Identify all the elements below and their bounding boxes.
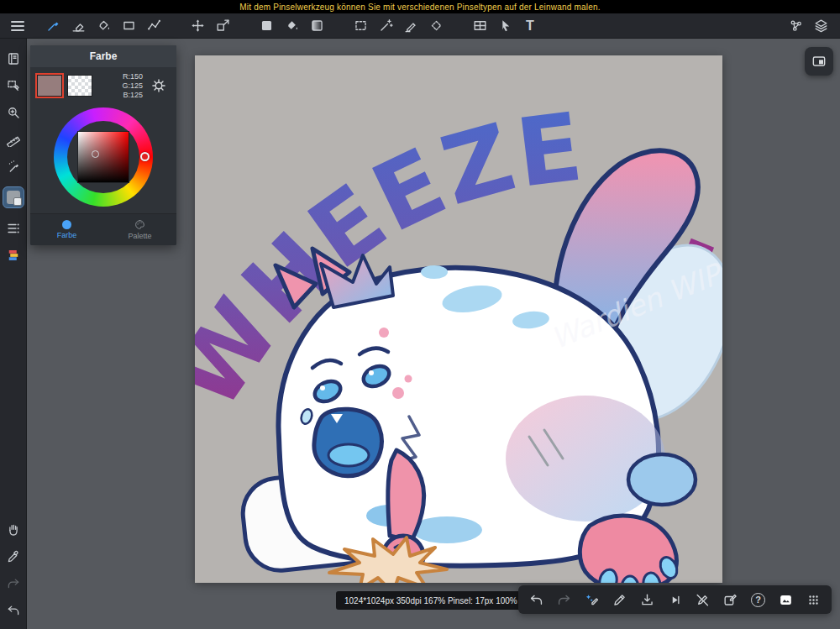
stabilizer-icon (584, 592, 600, 608)
color-panel: Farbe R:150 G:125 B:125 (30, 45, 176, 245)
brush-list-icon (6, 221, 21, 236)
material-button[interactable] (783, 14, 808, 38)
undo-icon (6, 603, 21, 618)
bucket-tool-button[interactable] (91, 14, 116, 38)
color-settings-button[interactable] (148, 75, 170, 97)
layers-icon (813, 18, 829, 34)
redo-icon (556, 592, 572, 608)
color-wheel[interactable] (30, 104, 176, 213)
select-area-button[interactable] (2, 74, 25, 97)
help-button[interactable]: ? (745, 587, 771, 612)
canvas-list-button[interactable] (2, 47, 25, 71)
background-swatch[interactable] (67, 75, 92, 97)
drag-handle[interactable] (801, 587, 827, 612)
swatches-icon (6, 248, 21, 263)
cursor-tool-button[interactable] (492, 14, 517, 38)
tab-farbe[interactable]: Farbe (30, 214, 103, 245)
note-button[interactable] (717, 587, 743, 612)
marquee-icon (353, 18, 369, 34)
material-icon (788, 18, 804, 34)
redo-button-side[interactable] (2, 572, 25, 595)
ruler-button[interactable] (2, 128, 25, 151)
text-tool-icon: T (526, 19, 534, 33)
fill-drop-tool-button[interactable] (279, 14, 304, 38)
color-panel-header[interactable]: Farbe (30, 45, 176, 67)
transform-tool-button[interactable] (210, 14, 235, 38)
select-pen-icon (403, 18, 419, 34)
palette-icon (134, 219, 145, 230)
brush-list-button[interactable] (2, 217, 25, 240)
hint-bar: Mit dem Pinselwerkzeug können Sie mit ve… (0, 0, 840, 13)
transform-icon (215, 18, 231, 34)
hint-text: Mit dem Pinselwerkzeug können Sie mit ve… (239, 3, 600, 12)
draw-disable-button[interactable] (690, 587, 716, 612)
gallery-icon (778, 592, 794, 608)
airbrush-icon (6, 159, 21, 174)
eraser-icon (71, 18, 87, 34)
rectangle-icon (121, 18, 137, 34)
correction-tool-button[interactable] (579, 587, 605, 612)
zoom-button[interactable] (2, 101, 25, 124)
layers-button[interactable] (808, 14, 833, 38)
menu-icon (11, 21, 24, 31)
magic-wand-icon (378, 18, 394, 34)
color-panel-tabs: Farbe Palette (30, 213, 176, 245)
foreground-swatch[interactable] (37, 75, 62, 97)
hand-tool-button[interactable] (2, 518, 25, 542)
main-menu-button[interactable] (5, 14, 30, 38)
no-draw-icon (695, 592, 711, 608)
airbrush-button[interactable] (2, 155, 25, 178)
color-tab-icon (62, 220, 71, 229)
canvas[interactable]: WHEEZE E (195, 55, 722, 583)
shape-tool-button[interactable] (116, 14, 141, 38)
eraser-tool-button[interactable] (66, 14, 91, 38)
undo-button-side[interactable] (2, 599, 25, 622)
brush-tool-button[interactable] (40, 14, 66, 38)
sv-marker[interactable] (92, 150, 99, 158)
rgb-r: R:150 (122, 72, 143, 81)
gradient-icon (309, 18, 325, 34)
pen-button[interactable] (606, 587, 633, 612)
save-download-icon (639, 592, 655, 608)
hue-marker[interactable] (140, 152, 150, 161)
saturation-value-square[interactable] (77, 131, 129, 183)
hand-icon (6, 522, 21, 537)
undo-button[interactable] (523, 587, 549, 612)
swatches-button[interactable] (2, 244, 25, 267)
fill-square-tool-button[interactable] (254, 14, 279, 38)
top-toolbar: T (0, 13, 840, 39)
rgb-g: G:125 (122, 81, 143, 91)
selection-pen-icon (6, 78, 21, 93)
cursor-icon (497, 18, 513, 34)
gradient-tool-button[interactable] (304, 14, 329, 38)
current-color-tile (3, 186, 24, 208)
eyedropper-button[interactable] (2, 545, 25, 569)
memo-icon (722, 592, 738, 608)
divide-tool-button[interactable] (467, 14, 492, 38)
left-sidebar (0, 39, 27, 629)
gallery-button[interactable] (773, 587, 799, 612)
canvas-status-text: 1024*1024px 350dpi 167% Pinsel: 17px 100… (344, 596, 517, 605)
document-icon (6, 51, 21, 66)
brush-icon (45, 18, 61, 34)
select-pen-button[interactable] (398, 14, 423, 38)
marquee-select-button[interactable] (348, 14, 373, 38)
redo-button[interactable] (551, 587, 577, 612)
color-panel-toggle[interactable] (2, 181, 25, 213)
app-window: Mit dem Pinselwerkzeug können Sie mit ve… (0, 0, 840, 629)
skip-button[interactable] (662, 587, 688, 612)
text-tool-button[interactable]: T (517, 14, 543, 38)
filled-square-icon (259, 18, 275, 34)
rgb-b: B:125 (122, 91, 143, 100)
select-eraser-button[interactable] (423, 14, 449, 38)
polyline-tool-button[interactable] (141, 14, 166, 38)
select-eraser-icon (428, 18, 444, 34)
bottom-toolbar: ? (518, 585, 832, 614)
undo-icon (528, 592, 544, 608)
move-tool-button[interactable] (185, 14, 210, 38)
tab-palette[interactable]: Palette (103, 214, 176, 245)
navigator-button[interactable] (805, 47, 833, 76)
save-button[interactable] (634, 587, 660, 612)
wand-select-button[interactable] (373, 14, 398, 38)
color-panel-title: Farbe (90, 50, 118, 62)
